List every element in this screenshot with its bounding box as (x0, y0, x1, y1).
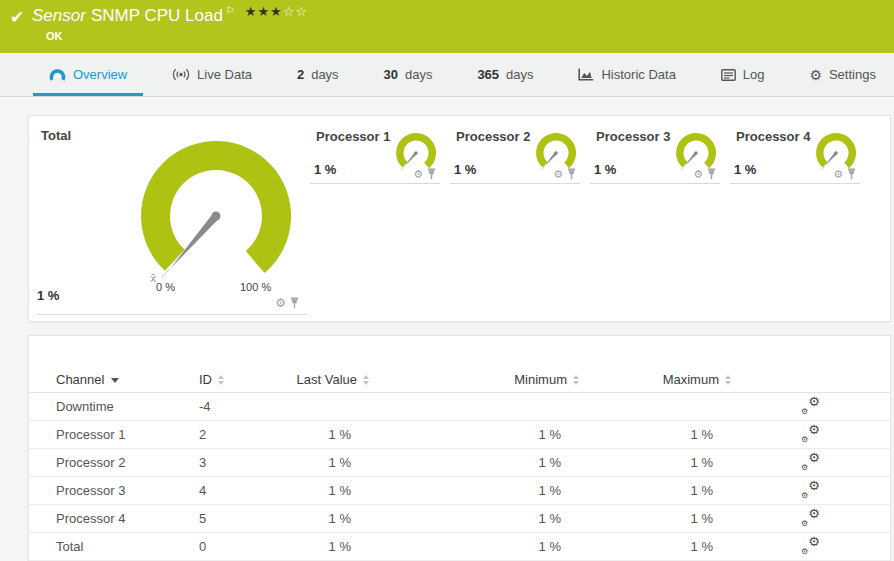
channel-id: 4 (199, 477, 274, 505)
tab-label: days (405, 67, 432, 82)
tab-log[interactable]: Log (705, 53, 781, 96)
tab-historic-data[interactable]: Historic Data (562, 53, 691, 96)
processor-gauge-value: 1 % (314, 162, 336, 177)
live-data-icon (172, 68, 190, 81)
sort-icon (573, 375, 579, 385)
processor-3-gauge-cell: Processor 3 1 % ⚙ (590, 129, 720, 184)
sort-icon (725, 375, 731, 385)
processor-2-gauge-cell: Processor 2 1 % ⚙ (450, 129, 580, 184)
status-badge: OK (46, 30, 63, 42)
tab-30-days[interactable]: 30 days (368, 53, 449, 96)
channel-settings-icon[interactable]: ⚙⚙ (801, 510, 820, 527)
tab-label: Historic Data (601, 67, 675, 82)
column-header-last-value[interactable]: Last Value (274, 366, 369, 393)
log-icon (721, 69, 736, 81)
tab-2-days[interactable]: 2 days (281, 53, 355, 96)
channel-name: Downtime (29, 393, 199, 421)
total-gauge: x̄ (131, 129, 301, 289)
channel-id: 2 (199, 421, 274, 449)
priority-stars-empty: ☆☆ (283, 4, 308, 19)
total-gauge-label: Total (41, 128, 71, 143)
channel-last-value: 1 % (274, 449, 369, 477)
pin-icon[interactable] (707, 168, 716, 180)
channel-maximum: 1 % (579, 533, 731, 561)
column-header-maximum[interactable]: Maximum (579, 366, 731, 393)
channel-last-value: 1 % (274, 421, 369, 449)
table-header-row: Channel ID Last Value Minimum Maximum (29, 366, 890, 393)
processor-gauge-value: 1 % (594, 162, 616, 177)
channel-id: 3 (199, 449, 274, 477)
gauge-settings-gear-icon[interactable]: ⚙ (693, 169, 703, 180)
channel-settings-icon[interactable]: ⚙⚙ (801, 538, 820, 555)
tab-label: Log (743, 67, 765, 82)
channel-maximum: 1 % (579, 421, 731, 449)
tab-label: Overview (73, 67, 127, 82)
channel-settings-icon[interactable]: ⚙⚙ (801, 426, 820, 443)
channel-last-value: 1 % (274, 533, 369, 561)
channel-last-value: 1 % (274, 477, 369, 505)
pin-icon[interactable] (290, 297, 299, 309)
channel-name: Processor 4 (29, 505, 199, 533)
table-row: Processor 4 5 1 % 1 % 1 % ⚙⚙ (29, 505, 890, 533)
tab-number: 2 (297, 67, 304, 82)
processor-gauge-label: Processor 2 (456, 129, 530, 144)
processor-gauge-label: Processor 4 (736, 129, 810, 144)
title-prefix: Sensor (32, 6, 86, 25)
gauge-scale-min: 0 % (156, 281, 175, 293)
gear-icon: ⚙ (809, 68, 822, 82)
table-row: Processor 3 4 1 % 1 % 1 % ⚙⚙ (29, 477, 890, 505)
channel-minimum: 1 % (369, 533, 579, 561)
tab-live-data[interactable]: Live Data (156, 53, 268, 96)
processor-gauge-label: Processor 1 (316, 129, 390, 144)
page-title: SensorSNMP CPU Load⚐★★★☆☆ (32, 6, 308, 26)
priority-stars-filled: ★★★ (245, 4, 283, 19)
processor-gauge-value: 1 % (454, 162, 476, 177)
channel-settings-icon[interactable]: ⚙⚙ (801, 482, 820, 499)
column-header-actions (731, 366, 890, 393)
sensor-status-header: ✔ SensorSNMP CPU Load⚐★★★☆☆ OK (0, 0, 894, 53)
gauge-settings-gear-icon[interactable]: ⚙ (413, 169, 423, 180)
tab-number: 30 (384, 67, 398, 82)
tab-overview[interactable]: Overview (33, 53, 143, 96)
channel-id: -4 (199, 393, 274, 421)
channel-minimum: 1 % (369, 449, 579, 477)
channel-name: Total (29, 533, 199, 561)
total-gauge-cell: Total x̄ 0 % 100 % 1 % ⚙ (37, 124, 307, 315)
sort-icon (218, 375, 224, 385)
gauge-settings-gear-icon[interactable]: ⚙ (275, 297, 286, 309)
gauge-settings-gear-icon[interactable]: ⚙ (553, 169, 563, 180)
tab-365-days[interactable]: 365 days (461, 53, 549, 96)
sort-desc-icon (111, 378, 119, 383)
channel-maximum: 1 % (579, 449, 731, 477)
gauge-icon (49, 68, 66, 82)
channel-settings-icon[interactable]: ⚙⚙ (801, 398, 820, 415)
gauges-panel: Total x̄ 0 % 100 % 1 % ⚙ Processor 1 (28, 115, 891, 322)
column-header-id[interactable]: ID (199, 366, 274, 393)
processor-gauge-value: 1 % (734, 162, 756, 177)
pin-icon[interactable] (847, 168, 856, 180)
channel-name: Processor 3 (29, 477, 199, 505)
tab-label: Settings (829, 67, 876, 82)
processor-gauge-label: Processor 3 (596, 129, 670, 144)
gauge-settings-gear-icon[interactable]: ⚙ (833, 169, 843, 180)
channel-name: Processor 1 (29, 421, 199, 449)
channel-last-value: 1 % (274, 505, 369, 533)
channel-settings-icon[interactable]: ⚙⚙ (801, 454, 820, 471)
flag-icon[interactable]: ⚐ (226, 5, 235, 16)
tab-settings[interactable]: ⚙ Settings (793, 53, 892, 96)
gauge-scale-max: 100 % (240, 281, 271, 293)
historic-chart-icon (578, 68, 594, 81)
column-header-channel[interactable]: Channel (29, 366, 199, 393)
processor-1-gauge-cell: Processor 1 1 % ⚙ (310, 129, 440, 184)
tab-number: 365 (477, 67, 499, 82)
table-row: Total 0 1 % 1 % 1 % ⚙⚙ (29, 533, 890, 561)
priority-stars[interactable]: ★★★☆☆ (245, 4, 308, 19)
table-row: Processor 2 3 1 % 1 % 1 % ⚙⚙ (29, 449, 890, 477)
channel-minimum: 1 % (369, 477, 579, 505)
channels-panel: Channel ID Last Value Minimum Maximum Do… (28, 335, 891, 561)
pin-icon[interactable] (427, 168, 436, 180)
sensor-name: SNMP CPU Load (91, 6, 223, 25)
column-header-minimum[interactable]: Minimum (369, 366, 579, 393)
pin-icon[interactable] (567, 168, 576, 180)
channel-minimum: 1 % (369, 505, 579, 533)
